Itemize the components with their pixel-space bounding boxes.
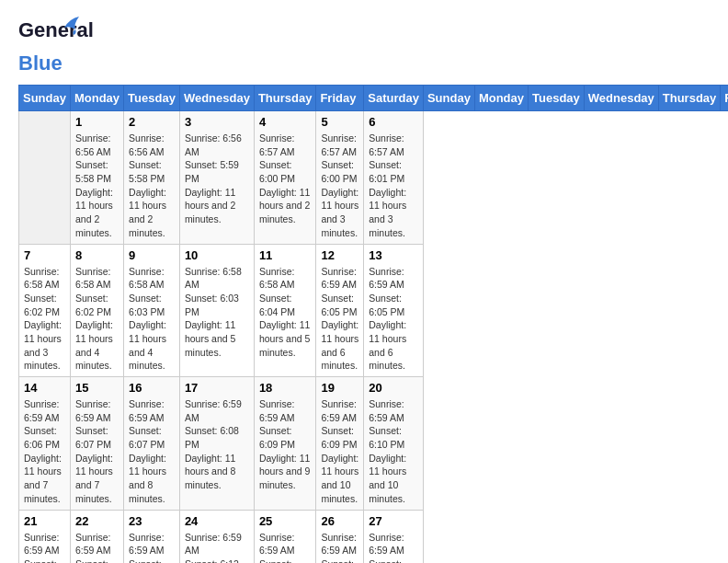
cell-info: Sunrise: 6:56 AMSunset: 5:58 PMDaylight:… (129, 132, 175, 240)
calendar-header-row: SundayMondayTuesdayWednesdayThursdayFrid… (19, 86, 729, 111)
header-monday: Monday (70, 86, 123, 111)
col-header-thursday: Thursday (658, 86, 721, 111)
calendar-cell: 14Sunrise: 6:59 AMSunset: 6:06 PMDayligh… (19, 377, 71, 511)
calendar-cell (19, 111, 71, 245)
cell-info: Sunrise: 6:59 AMSunset: 6:07 PMDaylight:… (75, 397, 119, 506)
col-header-friday: Friday (721, 86, 728, 111)
day-number: 11 (259, 248, 312, 262)
header-tuesday: Tuesday (124, 86, 180, 111)
col-header-monday: Monday (474, 86, 528, 111)
cell-info: Sunrise: 6:58 AMSunset: 6:02 PMDaylight:… (24, 265, 65, 373)
cell-info: Sunrise: 6:57 AMSunset: 6:00 PMDaylight:… (321, 132, 358, 240)
calendar-week-1: 1Sunrise: 6:56 AMSunset: 5:58 PMDaylight… (19, 111, 729, 245)
cell-info: Sunrise: 6:59 AMSunset: 6:12 PMDaylight:… (185, 531, 249, 564)
calendar-cell: 7Sunrise: 6:58 AMSunset: 6:02 PMDaylight… (19, 244, 71, 377)
calendar-cell: 18Sunrise: 6:59 AMSunset: 6:09 PMDayligh… (254, 377, 316, 511)
header-sunday: Sunday (19, 86, 71, 111)
cell-info: Sunrise: 6:59 AMSunset: 6:10 PMDaylight:… (24, 531, 65, 564)
cell-info: Sunrise: 6:59 AMSunset: 6:07 PMDaylight:… (129, 397, 175, 506)
day-number: 4 (259, 115, 312, 129)
day-number: 19 (321, 381, 358, 395)
header-friday: Friday (316, 86, 364, 111)
cell-info: Sunrise: 6:58 AMSunset: 6:03 PMDaylight:… (185, 265, 249, 360)
cell-info: Sunrise: 6:59 AMSunset: 6:11 PMDaylight:… (75, 531, 119, 564)
calendar-cell: 27Sunrise: 6:59 AMSunset: 6:14 PMDayligh… (364, 510, 424, 563)
calendar-week-3: 14Sunrise: 6:59 AMSunset: 6:06 PMDayligh… (19, 377, 729, 511)
calendar-cell: 8Sunrise: 6:58 AMSunset: 6:02 PMDaylight… (70, 244, 123, 377)
calendar-cell: 10Sunrise: 6:58 AMSunset: 6:03 PMDayligh… (179, 244, 254, 377)
col-header-sunday: Sunday (423, 86, 474, 111)
day-number: 6 (369, 115, 418, 129)
calendar-cell: 16Sunrise: 6:59 AMSunset: 6:07 PMDayligh… (124, 377, 180, 511)
day-number: 13 (369, 248, 418, 262)
cell-info: Sunrise: 6:59 AMSunset: 6:12 PMDaylight:… (129, 531, 175, 564)
calendar-cell: 15Sunrise: 6:59 AMSunset: 6:07 PMDayligh… (70, 377, 123, 511)
day-number: 23 (129, 514, 175, 528)
day-number: 12 (321, 248, 358, 262)
page-header: General Blue (18, 18, 710, 75)
calendar-cell: 12Sunrise: 6:59 AMSunset: 6:05 PMDayligh… (316, 244, 364, 377)
cell-info: Sunrise: 6:56 AMSunset: 5:59 PMDaylight:… (185, 132, 249, 226)
calendar-cell: 2Sunrise: 6:56 AMSunset: 5:58 PMDaylight… (124, 111, 180, 245)
calendar-cell: 9Sunrise: 6:58 AMSunset: 6:03 PMDaylight… (124, 244, 180, 377)
calendar-cell: 25Sunrise: 6:59 AMSunset: 6:13 PMDayligh… (254, 510, 316, 563)
calendar-cell: 3Sunrise: 6:56 AMSunset: 5:59 PMDaylight… (179, 111, 254, 245)
col-header-tuesday: Tuesday (529, 86, 585, 111)
calendar-week-2: 7Sunrise: 6:58 AMSunset: 6:02 PMDaylight… (19, 244, 729, 377)
cell-info: Sunrise: 6:59 AMSunset: 6:13 PMDaylight:… (321, 531, 358, 564)
logo-general: General (18, 18, 94, 42)
day-number: 15 (75, 381, 119, 395)
day-number: 16 (129, 381, 175, 395)
day-number: 17 (185, 381, 249, 395)
day-number: 7 (24, 248, 65, 262)
day-number: 26 (321, 514, 358, 528)
day-number: 18 (259, 381, 312, 395)
cell-info: Sunrise: 6:59 AMSunset: 6:05 PMDaylight:… (369, 265, 418, 373)
day-number: 21 (24, 514, 65, 528)
day-number: 9 (129, 248, 175, 262)
calendar-cell: 17Sunrise: 6:59 AMSunset: 6:08 PMDayligh… (179, 377, 254, 511)
calendar-week-4: 21Sunrise: 6:59 AMSunset: 6:10 PMDayligh… (19, 510, 729, 563)
calendar-cell: 11Sunrise: 6:58 AMSunset: 6:04 PMDayligh… (254, 244, 316, 377)
col-header-wednesday: Wednesday (584, 86, 658, 111)
calendar-cell: 19Sunrise: 6:59 AMSunset: 6:09 PMDayligh… (316, 377, 364, 511)
header-wednesday: Wednesday (179, 86, 254, 111)
calendar-cell: 6Sunrise: 6:57 AMSunset: 6:01 PMDaylight… (364, 111, 424, 245)
header-thursday: Thursday (254, 86, 316, 111)
cell-info: Sunrise: 6:59 AMSunset: 6:09 PMDaylight:… (321, 397, 358, 506)
day-number: 20 (369, 381, 418, 395)
calendar-cell: 21Sunrise: 6:59 AMSunset: 6:10 PMDayligh… (19, 510, 71, 563)
cell-info: Sunrise: 6:59 AMSunset: 6:13 PMDaylight:… (259, 531, 312, 564)
cell-info: Sunrise: 6:59 AMSunset: 6:05 PMDaylight:… (321, 265, 358, 373)
cell-info: Sunrise: 6:59 AMSunset: 6:14 PMDaylight:… (369, 531, 418, 564)
day-number: 8 (75, 248, 119, 262)
calendar-cell: 5Sunrise: 6:57 AMSunset: 6:00 PMDaylight… (316, 111, 364, 245)
cell-info: Sunrise: 6:59 AMSunset: 6:10 PMDaylight:… (369, 397, 418, 506)
cell-info: Sunrise: 6:58 AMSunset: 6:03 PMDaylight:… (129, 265, 175, 373)
day-number: 22 (75, 514, 119, 528)
cell-info: Sunrise: 6:58 AMSunset: 6:04 PMDaylight:… (259, 265, 312, 360)
day-number: 1 (75, 115, 119, 129)
cell-info: Sunrise: 6:57 AMSunset: 6:01 PMDaylight:… (369, 132, 418, 240)
calendar-cell: 4Sunrise: 6:57 AMSunset: 6:00 PMDaylight… (254, 111, 316, 245)
day-number: 14 (24, 381, 65, 395)
logo-bird-icon (57, 15, 81, 40)
calendar-cell: 22Sunrise: 6:59 AMSunset: 6:11 PMDayligh… (70, 510, 123, 563)
cell-info: Sunrise: 6:56 AMSunset: 5:58 PMDaylight:… (75, 132, 119, 240)
calendar-table: SundayMondayTuesdayWednesdayThursdayFrid… (18, 85, 728, 563)
day-number: 10 (185, 248, 249, 262)
cell-info: Sunrise: 6:57 AMSunset: 6:00 PMDaylight:… (259, 132, 312, 226)
day-number: 2 (129, 115, 175, 129)
cell-info: Sunrise: 6:59 AMSunset: 6:08 PMDaylight:… (185, 397, 249, 492)
calendar-cell: 13Sunrise: 6:59 AMSunset: 6:05 PMDayligh… (364, 244, 424, 377)
day-number: 25 (259, 514, 312, 528)
day-number: 5 (321, 115, 358, 129)
calendar-cell: 20Sunrise: 6:59 AMSunset: 6:10 PMDayligh… (364, 377, 424, 511)
calendar-cell: 1Sunrise: 6:56 AMSunset: 5:58 PMDaylight… (70, 111, 123, 245)
calendar-cell: 23Sunrise: 6:59 AMSunset: 6:12 PMDayligh… (124, 510, 180, 563)
cell-info: Sunrise: 6:58 AMSunset: 6:02 PMDaylight:… (75, 265, 119, 373)
day-number: 24 (185, 514, 249, 528)
calendar-cell: 24Sunrise: 6:59 AMSunset: 6:12 PMDayligh… (179, 510, 254, 563)
day-number: 27 (369, 514, 418, 528)
logo: General Blue (18, 18, 64, 75)
